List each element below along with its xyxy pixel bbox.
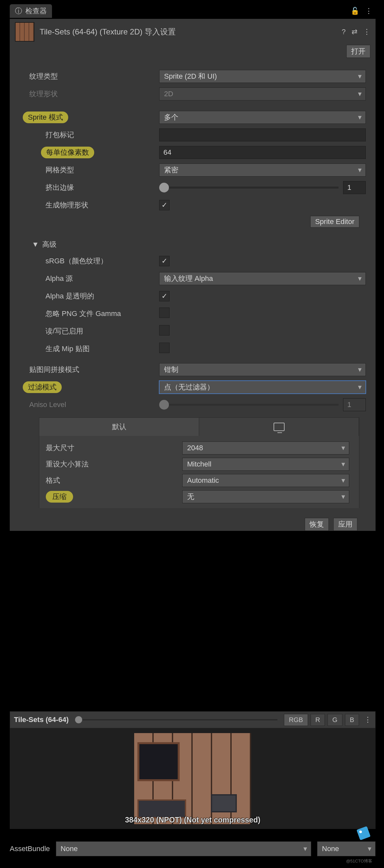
preset-icon[interactable]: ⇄ xyxy=(352,28,357,36)
dropdown-assetbundle-name[interactable]: None xyxy=(56,841,311,856)
help-icon[interactable]: ? xyxy=(342,28,346,36)
label-alpha-src: Alpha 源 xyxy=(23,274,159,283)
input-aniso xyxy=(343,398,366,411)
checkbox-rw-enabled[interactable] xyxy=(159,325,169,336)
label-advanced: 高级 xyxy=(42,240,57,249)
open-button[interactable]: 打开 xyxy=(346,45,370,58)
input-packing-tag[interactable] xyxy=(159,128,366,142)
asset-title: Tile-Sets (64-64) (Texture 2D) 导入设置 xyxy=(40,27,337,37)
checkbox-alpha-trans[interactable]: ✓ xyxy=(159,291,169,301)
apply-button[interactable]: 应用 xyxy=(333,518,357,531)
more-vert-icon[interactable]: ⋮ xyxy=(364,716,371,724)
foldout-advanced[interactable]: ▼ 高级 xyxy=(23,237,369,252)
label-alpha-trans: Alpha 是透明的 xyxy=(23,291,159,301)
label-srgb: sRGB（颜色纹理） xyxy=(23,256,159,266)
tab-title: 检查器 xyxy=(25,6,47,16)
asset-thumbnail xyxy=(15,22,34,41)
label-max-size: 最大尺寸 xyxy=(46,443,182,453)
slider-extrude[interactable] xyxy=(159,187,339,189)
dropdown-texture-shape: 2D xyxy=(159,88,366,100)
channel-rgb-button[interactable]: RGB xyxy=(284,714,308,726)
slider-aniso xyxy=(159,404,339,406)
chevron-down-icon: ▼ xyxy=(32,240,39,249)
dropdown-assetbundle-variant[interactable]: None xyxy=(317,841,376,856)
label-compression: 压缩 xyxy=(46,491,73,503)
dropdown-filter-mode[interactable]: 点（无过滤器） xyxy=(159,381,366,394)
info-icon: ⓘ xyxy=(15,6,22,16)
label-gen-mip: 生成 Mip 贴图 xyxy=(23,344,159,354)
lock-open-icon[interactable]: 🔓 xyxy=(351,7,359,15)
label-wrap-mode: 贴图间拼接模式 xyxy=(23,365,159,374)
preview-image: 384x320 (NPOT) (Not yet compressed) xyxy=(10,728,376,829)
checkbox-ignore-gamma[interactable] xyxy=(159,308,169,318)
label-texture-shape: 纹理形状 xyxy=(23,89,159,99)
checkbox-srgb[interactable]: ✓ xyxy=(159,256,169,266)
watermark: @51CTO博客 xyxy=(346,858,372,864)
dropdown-alpha-src[interactable]: 输入纹理 Alpha xyxy=(159,272,366,285)
channel-r-button[interactable]: R xyxy=(311,714,325,726)
preview-caption: 384x320 (NPOT) (Not yet compressed) xyxy=(10,816,376,825)
label-resize-algo: 重设大小算法 xyxy=(46,459,182,469)
sprite-editor-button[interactable]: Sprite Editor xyxy=(310,216,359,227)
label-filter-mode: 过滤模式 xyxy=(23,381,62,393)
dropdown-compression[interactable]: 无 xyxy=(182,490,349,503)
checkbox-gen-physics[interactable]: ✓ xyxy=(159,200,169,210)
label-format: 格式 xyxy=(46,475,182,485)
input-ppu[interactable] xyxy=(159,146,366,159)
tab-inspector[interactable]: ⓘ 检查器 xyxy=(10,4,52,18)
label-gen-physics: 生成物理形状 xyxy=(23,200,159,210)
input-extrude[interactable] xyxy=(343,181,366,194)
label-sprite-mode: Sprite 模式 xyxy=(23,112,68,123)
dropdown-sprite-mode[interactable]: 多个 xyxy=(159,111,366,124)
dropdown-texture-type[interactable]: Sprite (2D 和 UI) xyxy=(159,70,366,83)
label-ppu: 每单位像素数 xyxy=(41,147,94,158)
dropdown-wrap-mode[interactable]: 钳制 xyxy=(159,363,366,376)
checkbox-gen-mip[interactable] xyxy=(159,343,169,353)
dropdown-mesh-type[interactable]: 紧密 xyxy=(159,163,366,177)
label-ignore-gamma: 忽略 PNG 文件 Gamma xyxy=(23,309,159,318)
channel-b-button[interactable]: B xyxy=(345,714,359,726)
preview-title: Tile-Sets (64-64) xyxy=(14,716,69,724)
label-assetbundle: AssetBundle xyxy=(10,845,50,853)
label-rw-enabled: 读/写已启用 xyxy=(23,327,159,336)
revert-button[interactable]: 恢复 xyxy=(305,518,329,531)
label-texture-type: 纹理类型 xyxy=(23,71,159,81)
more-vert-icon[interactable]: ⋮ xyxy=(365,7,372,15)
tab-standalone-platform[interactable] xyxy=(199,418,359,436)
dropdown-max-size[interactable]: 2048 xyxy=(182,441,349,455)
tab-default-label: 默认 xyxy=(112,422,126,432)
label-mesh-type: 网格类型 xyxy=(23,165,159,175)
dropdown-resize-algo[interactable]: Mitchell xyxy=(182,458,349,471)
preview-zoom-slider[interactable] xyxy=(75,719,278,720)
label-extrude: 挤出边缘 xyxy=(23,183,159,192)
monitor-icon xyxy=(274,423,285,431)
label-packing-tag: 打包标记 xyxy=(23,130,159,140)
label-aniso: Aniso Level xyxy=(23,401,159,409)
more-vert-icon[interactable]: ⋮ xyxy=(363,28,370,36)
tab-default-platform[interactable]: 默认 xyxy=(39,418,199,436)
channel-g-button[interactable]: G xyxy=(327,714,343,726)
dropdown-format[interactable]: Automatic xyxy=(182,474,349,487)
